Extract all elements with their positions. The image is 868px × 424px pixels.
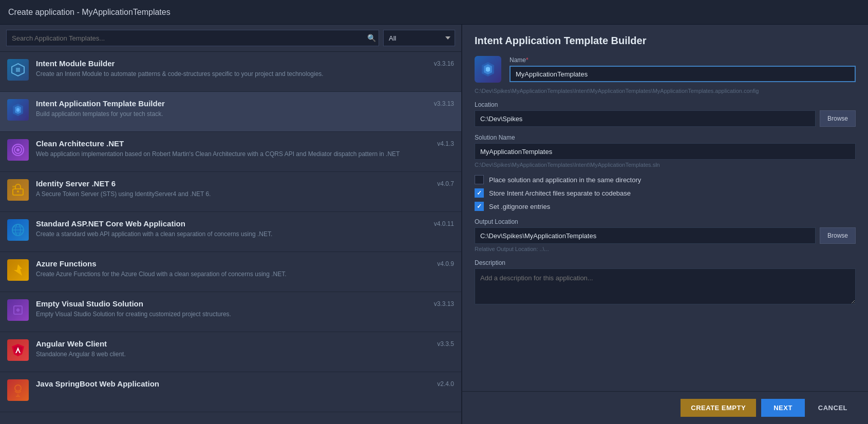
template-info: Azure Functions Create Azure Functions f… [36,259,430,279]
list-item[interactable]: Java SpringBoot Web Application v2.4.0 [0,372,461,412]
vs-icon [11,303,25,317]
checkbox-gitignore-label: Set .gitignore entries [489,203,550,210]
checkbox-separate-label: Store Intent Architect files separate to… [489,189,631,197]
template-name: Angular Web Client [36,339,430,348]
template-version: v4.0.9 [437,259,454,267]
checkbox-gitignore-row: Set .gitignore entries [475,202,856,211]
list-item[interactable]: Azure Functions Create Azure Functions f… [0,252,461,292]
checkbox-same-dir-label: Place solution and application in the sa… [489,176,641,184]
template-icon [7,59,29,81]
name-input[interactable] [510,66,856,82]
output-location-browse-button[interactable]: Browse [820,227,856,244]
checkbox-same-dir[interactable] [475,175,484,184]
location-browse-button[interactable]: Browse [820,110,856,127]
list-item[interactable]: Clean Architecture .NET Web application … [0,132,461,172]
main-layout: 🔍 All Web Module Architecture [0,25,868,424]
search-icon-button[interactable]: 🔍 [367,34,376,42]
template-icon [7,219,29,241]
cancel-button[interactable]: CANCEL [810,399,856,417]
relative-output-path: Relative Output Location: ..\... [475,246,856,252]
template-name: Empty Visual Studio Solution [36,299,427,308]
left-panel: 🔍 All Web Module Architecture [0,25,462,424]
panel-title: Intent Application Template Builder [475,35,856,47]
template-version: v3.3.16 [434,59,454,67]
template-icon [7,259,29,281]
checkbox-separate[interactable] [475,188,484,198]
template-icon [7,139,29,161]
template-icon [7,339,29,361]
template-version: v2.4.0 [437,379,454,388]
next-button[interactable]: NEXT [761,399,805,417]
list-item[interactable]: Identity Server .NET 6 A Secure Token Se… [0,172,461,212]
list-item[interactable]: Intent Application Template Builder Buil… [0,92,461,132]
app-template-icon [11,103,25,117]
template-version: v3.3.13 [434,299,454,307]
builder-icon-svg [480,61,496,78]
builder-icon [475,56,501,83]
svg-point-9 [17,190,19,192]
asp-net-icon [11,223,25,237]
template-desc: Build application templates for your tec… [36,110,427,119]
template-version: v3.3.5 [437,339,454,348]
output-location-section: Output Location Browse Relative Output L… [475,218,856,252]
svg-rect-1 [16,68,20,72]
template-info: Empty Visual Studio Solution Empty Visua… [36,299,427,319]
template-desc: Create a standard web API application wi… [36,230,427,239]
identity-icon [11,183,25,197]
clean-arch-icon [11,143,25,157]
location-label: Location [475,101,856,108]
create-empty-button[interactable]: CREATE EMPTY [681,399,756,417]
template-desc: Empty Visual Studio Solution for creatin… [36,310,427,319]
svg-point-22 [15,385,21,391]
template-name: Standard ASP.NET Core Web Application [36,219,427,228]
template-name: Clean Architecture .NET [36,139,430,148]
checkbox-same-dir-row: Place solution and application in the sa… [475,175,856,184]
template-icon [7,99,29,121]
solution-name-input[interactable] [475,143,856,160]
solution-name-label: Solution Name [475,134,856,141]
template-name: Java SpringBoot Web Application [36,379,430,388]
template-desc: A Secure Token Server (STS) using Identi… [36,190,430,199]
search-input[interactable] [6,30,379,46]
template-desc: Standalone Angular 8 web client. [36,350,430,359]
template-name: Azure Functions [36,259,430,268]
title-bar: Create application - MyApplicationTempla… [0,0,868,25]
description-section: Description [475,259,856,306]
list-item[interactable]: Intent Module Builder Create an Intent M… [0,52,461,92]
template-name: Identity Server .NET 6 [36,179,430,188]
template-desc: Web application implementation based on … [36,150,430,159]
template-info: Standard ASP.NET Core Web Application Cr… [36,219,427,239]
builder-name-section: Name* [510,56,856,82]
template-icon [7,179,29,201]
svg-marker-27 [486,67,490,72]
svg-rect-11 [12,188,14,189]
list-item[interactable]: Standard ASP.NET Core Web Application Cr… [0,212,461,252]
svg-point-7 [16,148,20,151]
filter-select[interactable]: All Web Module Architecture [383,30,455,46]
svg-rect-10 [12,186,15,187]
template-info: Angular Web Client Standalone Angular 8 … [36,339,430,359]
template-version: v4.0.11 [434,219,454,227]
description-textarea[interactable] [475,268,856,304]
template-info: Java SpringBoot Web Application [36,379,430,390]
template-desc: Create Azure Functions for the Azure Clo… [36,270,430,279]
template-info: Identity Server .NET 6 A Secure Token Se… [36,179,430,199]
output-location-input[interactable] [475,227,816,244]
list-item[interactable]: Angular Web Client Standalone Angular 8 … [0,332,461,372]
list-item[interactable]: Empty Visual Studio Solution Empty Visua… [0,292,461,332]
action-bar: CREATE EMPTY NEXT CANCEL [462,391,868,424]
template-icon [7,379,29,401]
name-path: C:\Dev\Spikes\MyApplicationTemplates\Int… [475,88,856,94]
java-icon [11,383,25,397]
location-input[interactable] [475,110,816,127]
name-label: Name* [510,56,856,64]
azure-icon [11,263,25,277]
template-name: Intent Module Builder [36,59,427,68]
search-input-wrapper: 🔍 [6,30,379,46]
template-list: Intent Module Builder Create an Intent M… [0,52,461,424]
builder-header: Name* [475,56,856,83]
search-bar: 🔍 All Web Module Architecture [0,25,461,52]
template-name: Intent Application Template Builder [36,99,427,108]
template-info: Intent Module Builder Create an Intent M… [36,59,427,79]
checkbox-gitignore[interactable] [475,202,484,211]
